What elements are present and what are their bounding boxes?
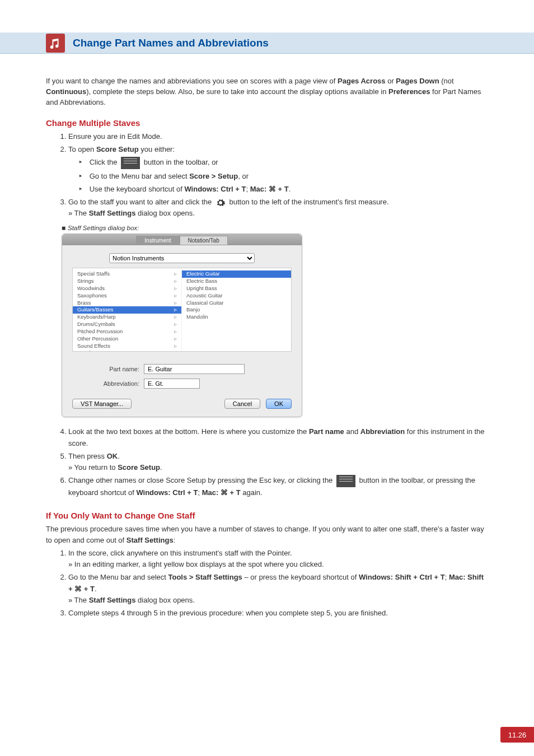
text: Abbreviation [360, 427, 405, 436]
text: To open [68, 145, 96, 153]
text: Pages Across [338, 77, 386, 85]
text: . [289, 185, 291, 193]
tab-notation[interactable]: Notation/Tab [180, 236, 228, 245]
text: Click the [90, 158, 119, 166]
step-2-opt-c: Use the keyboard shortcut of Windows: Ct… [78, 184, 488, 195]
text: – or press the keyboard shortcut of [242, 573, 359, 581]
procedure-b-list: In the score, click anywhere on this ins… [46, 548, 488, 619]
text: Part name [309, 427, 344, 436]
cancel-button[interactable]: Cancel [224, 399, 260, 409]
dialog-title-bar: Instrument Notation/Tab [62, 234, 302, 245]
tab-instrument[interactable]: Instrument [136, 236, 179, 245]
abbreviation-input[interactable] [144, 379, 200, 389]
step-2: To open Score Setup you either: Click th… [68, 144, 488, 195]
text: Staff Settings [89, 596, 136, 604]
text: Look at the two text boxes at the bottom… [68, 427, 309, 436]
text: dialog box opens. [135, 596, 195, 604]
text: Change other names or close Score Setup … [68, 476, 335, 484]
category-item[interactable]: Drums/Cymbals▹ [73, 321, 181, 328]
category-item[interactable]: Guitars/Basses▹ [73, 306, 181, 314]
text: button to the left of the instrument's f… [227, 198, 389, 206]
category-item[interactable]: Pitched Percussion▹ [73, 328, 181, 335]
gear-icon [216, 198, 226, 208]
text: . [160, 463, 162, 472]
app-logo-icon [46, 34, 65, 53]
category-item[interactable]: Strings▹ [73, 278, 181, 285]
text: , or [238, 172, 249, 180]
instrument-column[interactable]: Electric GuitarElectric BassUpright Bass… [182, 268, 291, 351]
instrument-item[interactable]: Classical Guitar [182, 300, 291, 307]
text: Go to the staff you want to alter and cl… [68, 198, 214, 206]
dialog-caption: Staff Settings dialog box: [62, 225, 488, 231]
staff-settings-dialog: Instrument Notation/Tab Notion Instrumen… [62, 234, 302, 417]
procedure-a-list-cont: Look at the two text boxes at the bottom… [46, 426, 488, 498]
text: ; [246, 185, 250, 193]
text: In the score, click anywhere on this ins… [68, 549, 292, 557]
text: Windows: Ctrl + T [184, 185, 246, 193]
text: Mac: ⌘ + T [250, 185, 289, 193]
category-item[interactable]: Special Staffs▹ [73, 270, 181, 278]
category-item[interactable]: Woodwinds▹ [73, 285, 181, 292]
category-column[interactable]: Special Staffs▹Strings▹Woodwinds▹Saxopho… [73, 268, 182, 351]
procedure-a-list: Ensure you are in Edit Mode. To open Sco… [46, 131, 488, 220]
text: Pages Down [396, 77, 439, 85]
text: Continuous [46, 87, 86, 96]
category-item[interactable]: Sound Effects▹ [73, 343, 181, 350]
text: and [344, 427, 360, 436]
page-title: Change Part Names and Abbreviations [73, 37, 269, 49]
instrument-item[interactable]: Upright Bass [182, 285, 291, 292]
text: Staff Settings [89, 209, 136, 217]
text: Mac: ⌘ + T [202, 488, 241, 497]
category-item[interactable]: Keyboards/Harp▹ [73, 314, 181, 321]
text: Score > Setup [189, 172, 238, 180]
step-5: Then press OK. » You return to Score Set… [68, 451, 488, 473]
section-heading-multiple: Change Multiple Staves [46, 118, 488, 128]
category-item[interactable]: Saxophones▹ [73, 292, 181, 300]
instrument-item[interactable]: Electric Guitar [182, 270, 291, 278]
step-2-opt-b: Go to the Menu bar and select Score > Se… [78, 171, 488, 182]
text: » You return to [68, 463, 118, 472]
vst-manager-button[interactable]: VST Manager... [72, 399, 132, 409]
text: Preferences [388, 87, 430, 96]
part-name-label: Part name: [72, 366, 139, 372]
library-select[interactable]: Notion Instruments [109, 253, 255, 263]
text: If you want to change the names and abbr… [46, 77, 338, 85]
text: Go to the Menu bar and select [90, 172, 190, 180]
text: : [174, 536, 176, 544]
page-title-bar: Change Part Names and Abbreviations [0, 32, 534, 54]
text: . [95, 585, 97, 593]
text: Tools > Staff Settings [168, 573, 242, 581]
text: (not [439, 77, 454, 85]
score-setup-toolbar-icon [336, 475, 355, 487]
instrument-item[interactable]: Acoustic Guitar [182, 292, 291, 300]
text: Score Setup [96, 145, 139, 153]
text: » The [68, 209, 89, 217]
category-item[interactable]: Other Percussion▹ [73, 335, 181, 343]
text: Go to the Menu bar and select [68, 573, 168, 581]
text: . [118, 452, 120, 460]
step-3: Go to the staff you want to alter and cl… [68, 197, 488, 219]
text: button in the toolbar, or [142, 158, 218, 166]
text: » In an editing marker, a light yellow b… [68, 560, 324, 568]
text: ; [198, 488, 202, 497]
instrument-item[interactable]: Electric Bass [182, 278, 291, 285]
b-step-2: Go to the Menu bar and select Tools > St… [68, 572, 488, 605]
text: Windows: Shift + Ctrl + T [359, 573, 445, 581]
step-6: Change other names or close Score Setup … [68, 475, 488, 498]
text: Staff Settings [127, 536, 174, 544]
text: » The [68, 596, 89, 604]
ok-button[interactable]: OK [266, 399, 292, 409]
instrument-item[interactable]: Mandolin [182, 314, 291, 321]
text: Then press [68, 452, 107, 460]
instrument-item[interactable]: Banjo [182, 306, 291, 314]
score-setup-toolbar-icon [121, 157, 140, 169]
text: ), complete the steps below. Also, be su… [86, 87, 388, 96]
intro-paragraph: If you want to change the names and abbr… [46, 76, 488, 108]
text: again. [241, 488, 263, 497]
text: The previous procedure saves time when y… [46, 525, 484, 544]
category-item[interactable]: Brass▹ [73, 300, 181, 307]
step-4: Look at the two text boxes at the bottom… [68, 426, 488, 449]
part-name-input[interactable] [144, 364, 245, 374]
step-2-opt-a: Click the button in the toolbar, or [78, 157, 488, 169]
b-step-3: Complete steps 4 through 5 in the previo… [68, 608, 488, 619]
